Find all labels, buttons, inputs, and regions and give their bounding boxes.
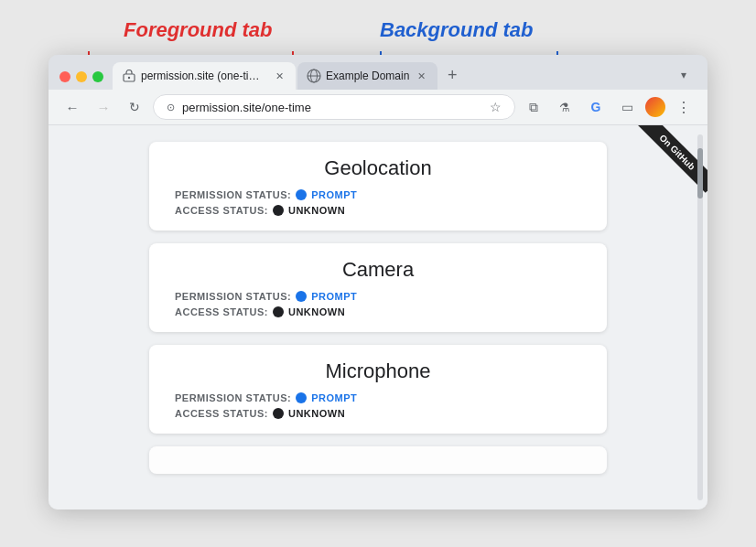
microphone-access-value: UNKNOWN [288, 408, 345, 419]
camera-permission-label: PERMISSION STATUS: [175, 291, 291, 302]
extensions-icon[interactable]: ⧉ [521, 94, 546, 120]
geolocation-permission-value: PROMPT [311, 189, 357, 200]
reload-button[interactable]: ↻ [122, 94, 147, 120]
tab-permission[interactable]: permission.site (one-time) ✕ [113, 62, 296, 90]
back-button[interactable]: ← [59, 94, 85, 120]
close-light[interactable] [59, 71, 70, 82]
tab-dropdown-button[interactable]: ▾ [671, 62, 697, 88]
geolocation-permission-label: PERMISSION STATUS: [175, 189, 291, 200]
geolocation-permission-row: PERMISSION STATUS: PROMPT [175, 189, 581, 200]
browser-window: permission.site (one-time) ✕ Example Dom… [49, 55, 707, 509]
address-text: permission.site/one-time [182, 101, 482, 114]
address-security-icon: ⊙ [167, 102, 175, 113]
camera-permission-row: PERMISSION STATUS: PROMPT [175, 291, 581, 302]
microphone-access-dot [273, 408, 284, 419]
microphone-card: Microphone PERMISSION STATUS: PROMPT ACC… [149, 345, 607, 434]
svg-point-1 [128, 77, 130, 79]
geolocation-access-label: ACCESS STATUS: [175, 205, 268, 216]
forward-button[interactable]: → [91, 94, 116, 120]
menu-button[interactable]: ⋮ [671, 94, 697, 120]
tab-permission-title: permission.site (one-time) [141, 70, 267, 82]
address-bar[interactable]: ⊙ permission.site/one-time ☆ [153, 94, 515, 120]
tabs-container: permission.site (one-time) ✕ Example Dom… [113, 62, 697, 90]
camera-access-label: ACCESS STATUS: [175, 306, 268, 317]
microphone-title: Microphone [175, 359, 581, 383]
tab-example-title: Example Domain [326, 70, 409, 82]
minimize-light[interactable] [76, 71, 87, 82]
microphone-permission-value: PROMPT [311, 392, 357, 403]
google-icon[interactable]: G [583, 94, 609, 120]
camera-card: Camera PERMISSION STATUS: PROMPT ACCESS … [149, 243, 607, 332]
geolocation-access-value: UNKNOWN [288, 205, 345, 216]
geolocation-title: Geolocation [175, 156, 581, 180]
profile-icon[interactable] [645, 97, 665, 117]
geolocation-permission-dot [296, 189, 307, 200]
scrollbar-thumb[interactable] [697, 148, 703, 198]
camera-access-dot [273, 306, 284, 317]
camera-access-value: UNKNOWN [288, 306, 345, 317]
camera-access-row: ACCESS STATUS: UNKNOWN [175, 306, 581, 317]
partial-card [149, 446, 607, 474]
foreground-tab-label: Foreground tab [124, 18, 273, 42]
camera-permission-value: PROMPT [311, 291, 357, 302]
microphone-permission-dot [296, 392, 307, 403]
title-bar: permission.site (one-time) ✕ Example Dom… [49, 55, 707, 90]
permission-site-icon [122, 69, 136, 83]
maximize-light[interactable] [92, 71, 103, 82]
microphone-access-label: ACCESS STATUS: [175, 408, 268, 419]
new-tab-button[interactable]: + [439, 62, 465, 88]
tab-example-close[interactable]: ✕ [414, 69, 428, 83]
scrollbar-track[interactable] [697, 134, 703, 500]
cards-container: Geolocation PERMISSION STATUS: PROMPT AC… [149, 142, 607, 474]
github-ribbon[interactable]: On GitHub [627, 125, 707, 206]
traffic-lights [59, 71, 103, 82]
geolocation-access-row: ACCESS STATUS: UNKNOWN [175, 205, 581, 216]
microphone-permission-row: PERMISSION STATUS: PROMPT [175, 392, 581, 403]
tab-example[interactable]: Example Domain ✕ [297, 62, 437, 90]
sidebar-icon[interactable]: ▭ [614, 94, 640, 120]
camera-title: Camera [175, 258, 581, 282]
microphone-access-row: ACCESS STATUS: UNKNOWN [175, 408, 581, 419]
lab-icon[interactable]: ⚗ [552, 94, 578, 120]
microphone-permission-label: PERMISSION STATUS: [175, 392, 291, 403]
background-tab-label: Background tab [380, 18, 533, 42]
camera-permission-dot [296, 291, 307, 302]
geolocation-access-dot [273, 205, 284, 216]
example-domain-icon [307, 69, 321, 83]
page-content: On GitHub Geolocation PERMISSION STATUS:… [49, 125, 707, 509]
geolocation-card: Geolocation PERMISSION STATUS: PROMPT AC… [149, 142, 607, 231]
address-bookmark-icon[interactable]: ☆ [490, 100, 502, 114]
tab-permission-close[interactable]: ✕ [272, 69, 286, 83]
nav-bar: ← → ↻ ⊙ permission.site/one-time ☆ ⧉ ⚗ G… [49, 90, 707, 125]
